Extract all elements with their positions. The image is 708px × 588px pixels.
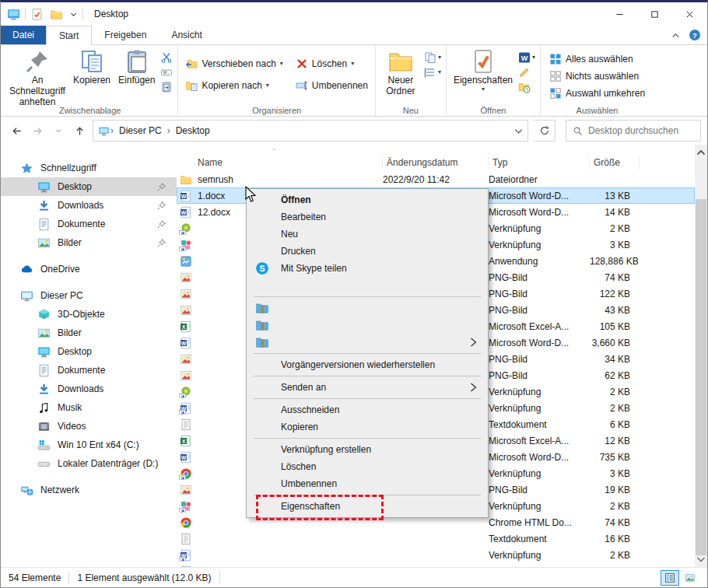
sidebar-item-videos[interactable]: Videos [1,417,177,436]
menu-separator [254,376,481,376]
scrollbar-thumb[interactable] [696,199,706,555]
menu-item-blank[interactable] [247,317,488,334]
search-box[interactable]: Desktop durchsuchen [566,120,701,142]
menu-item-kopieren[interactable]: Kopieren [247,418,488,436]
table-row[interactable]: WVerknüpfung2 KB [177,547,695,563]
maximize-button[interactable] [637,2,672,26]
collapse-ribbon-icon[interactable] [671,30,681,40]
sidebar-item-dokumente[interactable]: Dokumente [1,361,177,380]
menu-item-neu[interactable]: Neu [247,226,488,243]
recent-locations-button[interactable] [51,123,66,138]
select-all-button[interactable]: Alles auswählen [547,52,647,66]
history-button[interactable] [518,81,535,93]
column-header-type[interactable]: Typ [489,156,590,169]
sidebar-item-desktop[interactable]: Desktop [1,177,177,196]
sidebar-item-label: Netzwerk [40,485,79,495]
menu-item-öffnen[interactable]: Öffnen [247,191,488,208]
edit-button[interactable] [518,66,535,79]
pin-to-quick-access-button[interactable]: An Schnellzugriff anheften [5,47,69,109]
scroll-up-icon[interactable] [695,146,707,159]
sidebar-item-schnellzugriff[interactable]: Schnellzugriff [1,159,177,177]
paste-shortcut-button[interactable] [160,81,173,93]
details-view-button[interactable] [661,570,679,586]
breadcrumb[interactable]: › Dieser PC › Desktop [93,120,528,142]
menu-item-mit-skype-teilen[interactable]: SMit Skype teilen [247,260,488,277]
customize-qat-chevron-icon[interactable] [69,10,78,19]
menu-item-löschen[interactable]: Löschen [247,458,488,475]
menu-item-umbenennen[interactable]: Umbenennen [247,475,488,492]
cut-button[interactable] [160,51,173,64]
sidebar-item-label: Schnellzugriff [40,163,96,173]
column-header-date[interactable]: Änderungsdatum [383,156,489,169]
tab-start[interactable]: Start [46,26,92,45]
file-size: 2 KB [590,566,635,568]
copy-button[interactable]: Kopieren [69,47,114,88]
paste-button[interactable]: Einfügen [114,47,159,88]
menu-item-ausschneiden[interactable]: Ausschneiden [247,401,488,418]
table-row-semrush[interactable]: semrush2022/9/20 11:42Dateiordner [177,171,695,187]
move-to-icon [185,58,198,70]
new-folder-qat-icon[interactable] [50,8,63,21]
menu-item-vorgängerversionen-wiederherstellen[interactable]: Vorgängerversionen wiederherstellen [247,356,488,373]
easy-access-button[interactable]: ▾ [424,51,441,64]
menu-item-drucken[interactable]: Drucken [247,243,488,260]
invert-selection-button[interactable]: Auswahl umkehren [547,86,647,100]
tab-file[interactable]: Datei [1,26,46,44]
menu-item-verknüpfung-erstellen[interactable]: Verknüpfung erstellen [247,441,488,458]
tab-share[interactable]: Freigeben [92,26,159,44]
table-row[interactable]: Textdokument16 KB [177,530,695,547]
sidebar-item-bilder[interactable]: Bilder [1,233,177,252]
shortcut-overlay-icon [179,245,186,251]
thumbnails-view-button[interactable] [681,570,699,586]
sort-ascending-icon[interactable] [270,146,279,152]
back-button[interactable] [9,123,24,138]
new-item-button[interactable]: ▾ [424,66,441,79]
file-name: 1.docx [198,191,225,201]
scroll-down-icon[interactable] [695,553,707,565]
tab-view[interactable]: Ansicht [159,26,214,44]
copy-to-button[interactable]: Kopieren nach▾ [183,79,285,93]
sidebar-item-bilder[interactable]: Bilder [1,324,177,342]
column-header-name[interactable]: Name [177,156,383,169]
sidebar-item-desktop[interactable]: Desktop [1,342,177,361]
chevron-down-icon [54,127,62,135]
sidebar-item-downloads[interactable]: Downloads [1,380,177,398]
vertical-scrollbar[interactable] [695,145,707,567]
sidebar-item-win-10-ent-x64-c-[interactable]: Win 10 Ent x64 (C:) [1,436,177,454]
menu-separator [254,495,481,495]
sidebar-item-dieser-pc[interactable]: Dieser PC [1,286,177,305]
sidebar-item-label: Dokumente [58,219,105,229]
sidebar-item-musik[interactable]: Musik [1,398,177,417]
minimize-button[interactable] [602,2,637,26]
help-icon[interactable]: ? [689,29,701,41]
breadcrumb-this-pc[interactable]: Dieser PC [114,125,166,136]
sidebar-item-downloads[interactable]: Downloads [1,196,177,215]
new-folder-button[interactable]: Neuer Ordner [379,47,422,99]
rename-button[interactable]: Umbenennen [293,79,370,93]
sidebar-item-3d-objekte[interactable]: 3D-Objekte [1,305,177,324]
delete-button[interactable]: Löschen▾ [293,57,370,71]
address-dropdown-icon[interactable] [513,125,524,137]
select-none-button[interactable]: Nichts auswählen [547,69,647,83]
sidebar-item-onedrive[interactable]: OneDrive [1,260,177,278]
menu-item-blank[interactable] [247,299,488,317]
properties-qat-icon[interactable] [30,8,44,21]
properties-button[interactable]: Eigenschaften ▾ [450,47,517,94]
sidebar-item-lokaler-datentr-ger-d-[interactable]: Lokaler Datenträger (D:) [1,454,177,473]
breadcrumb-desktop[interactable]: Desktop [171,125,215,136]
sidebar-item-netzwerk[interactable]: Netzwerk [1,481,177,499]
menu-item-bearbeiten[interactable]: Bearbeiten [247,208,488,226]
copy-path-button[interactable]: W... [160,66,173,79]
close-button[interactable] [672,2,707,26]
sidebar-item-dokumente[interactable]: Dokumente [1,215,177,233]
open-with-word-button[interactable]: W▾ [518,51,535,64]
move-to-button[interactable]: Verschieben nach▾ [183,57,285,71]
column-header-size[interactable]: Größe [590,156,640,169]
table-row[interactable]: WVerknüpfung2 KB [177,563,695,567]
up-button[interactable] [72,123,87,138]
refresh-button[interactable] [534,120,556,142]
menu-item-blank[interactable] [247,334,488,351]
menu-item-senden-an[interactable]: Senden an [247,379,488,396]
menu-item-eigenschaften[interactable]: Eigenschaften [247,498,488,515]
forward-button[interactable] [30,123,45,138]
